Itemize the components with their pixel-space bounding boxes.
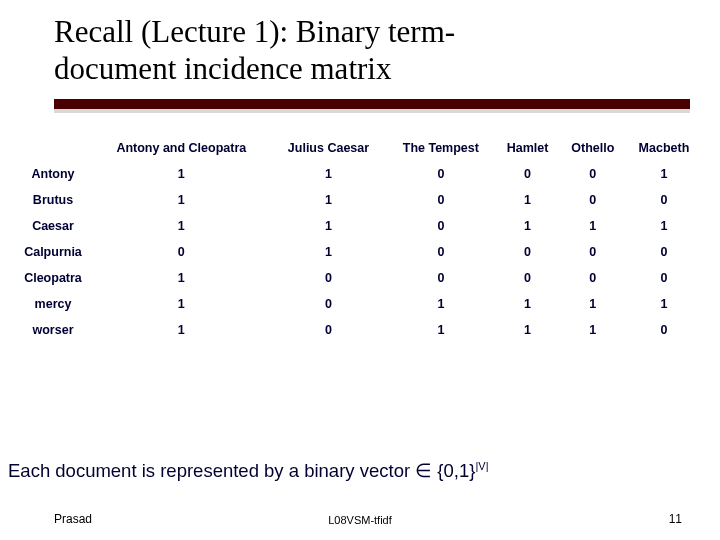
- cell: 1: [560, 317, 626, 343]
- cell: 1: [495, 187, 559, 213]
- cell: 0: [560, 187, 626, 213]
- cell: 1: [92, 161, 271, 187]
- cell: 1: [92, 187, 271, 213]
- row-label: Calpurnia: [14, 239, 92, 265]
- cell: 0: [386, 161, 495, 187]
- row-label: Antony: [14, 161, 92, 187]
- cell: 0: [386, 213, 495, 239]
- table-row: Calpurnia 0 1 0 0 0 0: [14, 239, 702, 265]
- table-row: Cleopatra 1 0 0 0 0 0: [14, 265, 702, 291]
- col-header: The Tempest: [386, 135, 495, 161]
- cell: 0: [271, 265, 387, 291]
- table-row: Caesar 1 1 0 1 1 1: [14, 213, 702, 239]
- cell: 0: [560, 239, 626, 265]
- cell: 1: [560, 213, 626, 239]
- cell: 1: [92, 265, 271, 291]
- cell: 1: [495, 317, 559, 343]
- caption-prefix: Each document is represented by a binary…: [8, 460, 415, 481]
- cell: 0: [626, 265, 702, 291]
- col-header: Macbeth: [626, 135, 702, 161]
- table-row: Antony 1 1 0 0 0 1: [14, 161, 702, 187]
- cell: 1: [271, 161, 387, 187]
- cell: 1: [626, 213, 702, 239]
- cell: 0: [626, 317, 702, 343]
- matrix-body: Antony 1 1 0 0 0 1 Brutus 1 1 0 1 0 0 Ca…: [14, 161, 702, 343]
- table-row: worser 1 0 1 1 1 0: [14, 317, 702, 343]
- col-header: Hamlet: [495, 135, 559, 161]
- cell: 1: [271, 187, 387, 213]
- cell: 0: [386, 265, 495, 291]
- caption-set: {0,1}: [432, 460, 475, 481]
- cell: 0: [560, 161, 626, 187]
- caption: Each document is represented by a binary…: [8, 460, 712, 482]
- cell: 1: [271, 239, 387, 265]
- cell: 0: [626, 187, 702, 213]
- col-header: Antony and Cleopatra: [92, 135, 271, 161]
- cell: 1: [92, 213, 271, 239]
- matrix-container: Antony and Cleopatra Julius Caesar The T…: [0, 113, 720, 343]
- slide-title: Recall (Lecture 1): Binary term- documen…: [0, 0, 720, 93]
- cell: 0: [560, 265, 626, 291]
- cell: 1: [92, 317, 271, 343]
- cell: 1: [495, 291, 559, 317]
- footer-code: L08VSM-tfidf: [328, 514, 392, 526]
- cell: 1: [92, 291, 271, 317]
- cell: 1: [560, 291, 626, 317]
- cell: 0: [271, 291, 387, 317]
- cell: 1: [626, 291, 702, 317]
- cell: 1: [271, 213, 387, 239]
- col-header: Julius Caesar: [271, 135, 387, 161]
- incidence-matrix: Antony and Cleopatra Julius Caesar The T…: [14, 135, 702, 343]
- row-label: Cleopatra: [14, 265, 92, 291]
- cell: 1: [626, 161, 702, 187]
- cell: 0: [271, 317, 387, 343]
- footer-author: Prasad: [54, 512, 92, 526]
- element-of-symbol: ∈: [415, 461, 432, 481]
- header-row: Antony and Cleopatra Julius Caesar The T…: [14, 135, 702, 161]
- cell: 0: [386, 187, 495, 213]
- cell: 0: [495, 239, 559, 265]
- title-line-2: document incidence matrix: [54, 51, 391, 86]
- corner-cell: [14, 135, 92, 161]
- title-line-1: Recall (Lecture 1): Binary term-: [54, 14, 455, 49]
- cell: 1: [386, 317, 495, 343]
- title-rule: [54, 99, 690, 109]
- cell: 0: [626, 239, 702, 265]
- cell: 0: [495, 161, 559, 187]
- footer-page: 11: [669, 512, 682, 526]
- cell: 0: [92, 239, 271, 265]
- cell: 1: [495, 213, 559, 239]
- cell: 0: [386, 239, 495, 265]
- row-label: mercy: [14, 291, 92, 317]
- cell: 0: [495, 265, 559, 291]
- table-row: mercy 1 0 1 1 1 1: [14, 291, 702, 317]
- caption-exponent: |V|: [475, 460, 488, 472]
- cell: 1: [386, 291, 495, 317]
- row-label: Caesar: [14, 213, 92, 239]
- col-header: Othello: [560, 135, 626, 161]
- row-label: worser: [14, 317, 92, 343]
- row-label: Brutus: [14, 187, 92, 213]
- table-row: Brutus 1 1 0 1 0 0: [14, 187, 702, 213]
